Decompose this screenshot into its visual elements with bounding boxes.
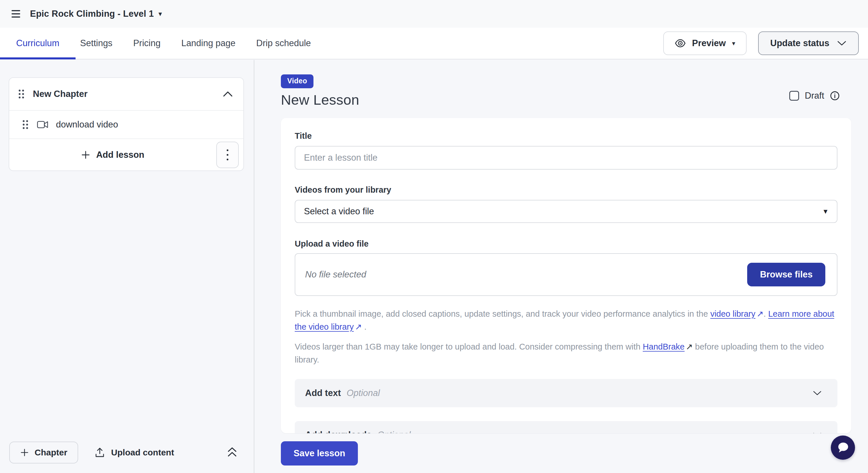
video-select[interactable]: Select a video file ▼	[295, 200, 837, 223]
caret-down-icon: ▾	[732, 40, 735, 46]
page-title: New Lesson	[281, 92, 868, 108]
chapter-menu-button[interactable]	[216, 141, 239, 168]
draft-label: Draft	[805, 91, 824, 101]
double-chevron-up-icon	[227, 447, 238, 458]
chapter-title: New Chapter	[33, 89, 87, 99]
curriculum-sidebar: New Chapter download video	[0, 60, 254, 473]
add-text-label: Add text	[305, 388, 341, 398]
lesson-header: Video New Lesson Draft	[254, 60, 868, 108]
add-downloads-section[interactable]: Add downloads Optional	[295, 421, 837, 433]
tab-pricing[interactable]: Pricing	[133, 38, 161, 49]
tabs: Curriculum Settings Pricing Landing page…	[16, 38, 311, 49]
kebab-icon	[227, 149, 228, 160]
add-text-section[interactable]: Add text Optional	[295, 379, 837, 407]
info-icon[interactable]	[830, 91, 840, 101]
eye-icon	[675, 39, 686, 48]
chevron-down-icon	[813, 390, 822, 396]
upload-icon	[95, 447, 105, 458]
browse-files-button[interactable]: Browse files	[747, 263, 825, 286]
course-switcher[interactable]: Epic Rock Climbing - Level 1 ▾	[30, 9, 162, 19]
external-link-icon: ↗	[685, 340, 693, 353]
add-lesson-label: Add lesson	[96, 150, 144, 160]
optional-label: Optional	[377, 430, 411, 433]
drag-handle-icon[interactable]	[18, 89, 25, 99]
optional-label: Optional	[347, 388, 380, 398]
hamburger-menu-icon[interactable]	[11, 10, 20, 18]
chevron-up-icon[interactable]	[223, 91, 233, 97]
external-link-icon: ↗	[354, 320, 362, 334]
preview-button[interactable]: Preview ▾	[663, 31, 747, 55]
add-downloads-label: Add downloads	[305, 430, 372, 433]
video-library-link[interactable]: video library↗	[710, 309, 764, 318]
tab-bar: Curriculum Settings Pricing Landing page…	[0, 28, 868, 59]
external-link-icon: ↗	[755, 308, 763, 320]
lesson-title: download video	[56, 119, 118, 130]
chevron-down-icon	[837, 40, 847, 46]
file-upload-box[interactable]: No file selected Browse files	[295, 253, 837, 296]
chat-widget-button[interactable]	[831, 436, 855, 460]
tab-settings[interactable]: Settings	[80, 38, 113, 49]
add-chapter-button[interactable]: Chapter	[9, 442, 78, 464]
lesson-editor: Video New Lesson Draft Title Videos from…	[254, 60, 868, 473]
lesson-form-card: Title Videos from your library Select a …	[281, 118, 851, 433]
lesson-type-badge: Video	[281, 74, 313, 88]
drag-handle-icon[interactable]	[22, 119, 29, 130]
video-help-text: Pick a thumbnail image, add closed capti…	[295, 308, 837, 334]
preview-label: Preview	[692, 38, 726, 49]
library-label: Videos from your library	[295, 185, 837, 195]
chapter-header[interactable]: New Chapter	[9, 78, 243, 110]
help-text: .	[764, 309, 768, 318]
course-title: Epic Rock Climbing - Level 1	[30, 9, 154, 19]
handbrake-link[interactable]: HandBrake↗	[643, 342, 693, 351]
add-lesson-button[interactable]: Add lesson	[9, 150, 216, 160]
video-camera-icon	[37, 121, 49, 129]
active-tab-indicator	[0, 57, 75, 59]
tab-landing-page[interactable]: Landing page	[181, 38, 236, 49]
no-file-text: No file selected	[305, 270, 366, 280]
chevron-down-icon	[813, 432, 822, 433]
link-label: video library	[710, 309, 755, 318]
add-chapter-label: Chapter	[35, 448, 67, 458]
lesson-title-input[interactable]	[295, 146, 837, 169]
plus-icon	[81, 150, 90, 159]
upload-content-button[interactable]: Upload content	[95, 447, 174, 458]
collapse-all-button[interactable]	[227, 447, 238, 458]
upload-content-label: Upload content	[111, 448, 174, 458]
select-caret-icon: ▼	[822, 208, 829, 216]
lesson-item[interactable]: download video	[9, 111, 243, 138]
upload-label: Upload a video file	[295, 239, 837, 249]
help-text: .	[362, 322, 367, 332]
caret-down-icon: ▾	[158, 10, 162, 17]
size-help-text: Videos larger than 1GB may take longer t…	[295, 340, 837, 366]
tab-actions: Preview ▾ Update status	[663, 31, 859, 55]
update-status-button[interactable]: Update status	[758, 31, 859, 55]
video-select-value: Select a video file	[304, 206, 374, 217]
help-text: Videos larger than 1GB may take longer t…	[295, 342, 643, 351]
top-bar: Epic Rock Climbing - Level 1 ▾	[0, 0, 868, 28]
save-lesson-button[interactable]: Save lesson	[281, 441, 358, 466]
help-text: Pick a thumbnail image, add closed capti…	[295, 309, 710, 318]
tab-drip-schedule[interactable]: Drip schedule	[256, 38, 311, 49]
link-label: HandBrake	[643, 342, 685, 351]
speech-bubble-icon	[837, 442, 849, 454]
draft-checkbox[interactable]	[789, 91, 799, 101]
update-status-label: Update status	[770, 38, 829, 49]
tab-curriculum[interactable]: Curriculum	[16, 38, 59, 49]
add-lesson-row: Add lesson	[9, 139, 243, 170]
draft-toggle: Draft	[789, 91, 840, 101]
sidebar-footer: Chapter Upload content	[0, 432, 254, 473]
chapter-card: New Chapter download video	[9, 77, 244, 171]
title-label: Title	[295, 131, 837, 141]
plus-icon	[20, 448, 29, 457]
